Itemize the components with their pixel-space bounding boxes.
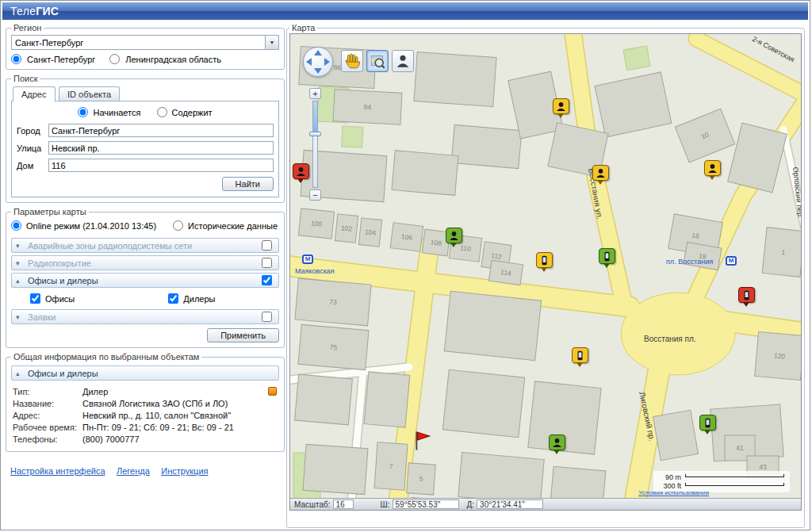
- historical-mode-label[interactable]: Исторические данные: [188, 221, 278, 231]
- match-starts-label[interactable]: Начинается: [93, 108, 140, 117]
- offices-label[interactable]: Офисы: [45, 294, 75, 304]
- zoom-region-icon: [369, 52, 386, 70]
- show-on-map-icon[interactable]: [268, 387, 277, 396]
- city-input[interactable]: [48, 124, 274, 137]
- map-marker-phone-yellow[interactable]: [536, 252, 553, 268]
- pan-right-icon[interactable]: [324, 58, 330, 66]
- metro-icon[interactable]: М: [726, 256, 737, 266]
- link-instruction[interactable]: Инструкция: [161, 466, 208, 476]
- link-legend[interactable]: Легенда: [117, 466, 150, 476]
- map-marker-person-yellow[interactable]: [704, 160, 721, 176]
- pan-left-icon[interactable]: [306, 58, 312, 66]
- zoom-track[interactable]: [312, 101, 318, 188]
- chevron-down-icon: ▾: [16, 259, 28, 267]
- zoom-in-button[interactable]: +: [309, 88, 321, 99]
- map-params-panel: Параметры карты Online режим (21.04.2010…: [6, 207, 285, 348]
- chevron-down-icon[interactable]: ▼: [265, 36, 278, 49]
- map-canvas[interactable]: 8684100102104106108110112114737575310161…: [289, 33, 802, 511]
- chevron-down-icon: ▾: [16, 242, 28, 250]
- pan-up-icon[interactable]: [314, 50, 322, 55]
- lat-value: 59°55'53.53": [393, 499, 459, 509]
- region-radio-spb[interactable]: [11, 54, 21, 64]
- historical-mode-radio[interactable]: [173, 220, 183, 231]
- dealers-label[interactable]: Дилеры: [183, 294, 215, 304]
- map-marker-phone-red[interactable]: [738, 287, 755, 303]
- map-marker-layer: ММаяковскаяМпл. Восстания: [290, 34, 802, 499]
- app-title: ТелеГИС: [10, 5, 59, 17]
- map-marker-person-yellow[interactable]: [553, 98, 569, 114]
- info-row-type: Тип: Дилер: [13, 386, 278, 398]
- offices-checkbox[interactable]: [30, 293, 40, 304]
- dealers-checkbox[interactable]: [168, 293, 178, 304]
- pan-down-icon[interactable]: [314, 68, 322, 74]
- region-radio-lo[interactable]: [109, 54, 120, 64]
- layer-row-emergency-zones[interactable]: ▾ Аварийные зоны радиоподсистемы сети: [11, 238, 279, 253]
- online-mode-radio[interactable]: [11, 220, 21, 231]
- app-titlebar: ТелеГИС: [2, 2, 808, 20]
- zoom-region-button[interactable]: [366, 50, 389, 72]
- metro-icon[interactable]: М: [302, 255, 313, 264]
- map-panel: Карта 8684100102104106108110112114737575…: [286, 23, 805, 528]
- info-row-address: Адрес: Невский пр., д. 110, салон "Связн…: [13, 410, 278, 422]
- layer-label: Радиопокрытие: [28, 258, 91, 268]
- map-marker-phone-yellow[interactable]: [572, 347, 588, 363]
- zoom-handle[interactable]: [309, 132, 321, 136]
- street-input[interactable]: [48, 141, 274, 155]
- lon-label: Д:: [467, 500, 475, 509]
- dealers-option[interactable]: Дилеры: [168, 293, 215, 304]
- metro-label: пл. Восстания: [666, 258, 713, 266]
- map-marker-person-green[interactable]: [549, 434, 565, 450]
- map-marker-flag-red[interactable]: [413, 430, 432, 452]
- match-contains-radio[interactable]: [157, 107, 167, 117]
- search-panel: Поиск Адрес ID объекта Начинается Содерж…: [6, 74, 285, 203]
- chevron-up-icon: ▴: [16, 369, 28, 377]
- apply-button[interactable]: Применить: [207, 328, 279, 343]
- hand-tool-button[interactable]: [341, 50, 363, 72]
- layer-checkbox[interactable]: [262, 275, 272, 285]
- info-panel: Общая информация по выбранным объектам ▴…: [6, 352, 285, 452]
- map-terms-link[interactable]: Условия использования: [638, 489, 709, 496]
- online-mode-group[interactable]: Online режим (21.04.2010 13:45): [11, 220, 156, 231]
- region-select[interactable]: Санкт-Петербург ▼: [11, 35, 279, 50]
- map-statusbar: Масштаб: 16 Ш: 59°55'53.53" Д: 30°21'34.…: [290, 498, 801, 510]
- info-legend: Общая информация по выбранным объектам: [11, 352, 201, 362]
- region-radio-spb-label[interactable]: Санкт-Петербург: [27, 55, 95, 64]
- layer-checkbox[interactable]: [262, 258, 272, 268]
- map-marker-person-green[interactable]: [446, 228, 462, 243]
- tab-address[interactable]: Адрес: [13, 86, 56, 101]
- layer-checkbox[interactable]: [262, 312, 272, 322]
- layer-row-radio-coverage[interactable]: ▾ Радиопокрытие: [11, 255, 279, 270]
- person-icon: [394, 52, 412, 70]
- match-contains-label[interactable]: Содержит: [172, 108, 213, 117]
- map-marker-phone-green[interactable]: [599, 248, 615, 264]
- region-radio-lo-label[interactable]: Ленинградская область: [125, 55, 221, 64]
- offices-option[interactable]: Офисы: [30, 293, 75, 304]
- region-select-value: Санкт-Петербург: [12, 38, 265, 48]
- link-interface-settings[interactable]: Настройка интерфейса: [10, 466, 105, 476]
- scale-value: 16: [333, 499, 354, 509]
- match-starts-radio[interactable]: [78, 107, 88, 117]
- zoom-out-button[interactable]: −: [309, 189, 321, 201]
- match-starts-group[interactable]: Начинается: [78, 107, 140, 117]
- layer-row-offices-dealers[interactable]: ▴ Офисы и дилеры: [11, 273, 279, 288]
- house-label: Дом: [17, 161, 48, 170]
- layer-row-requests[interactable]: ▾ Заявки: [11, 309, 279, 324]
- layer-checkbox[interactable]: [262, 240, 272, 251]
- map-params-legend: Параметры карты: [11, 207, 89, 216]
- info-group-header[interactable]: ▴ Офисы и дилеры: [11, 366, 279, 381]
- map-marker-phone-green[interactable]: [699, 415, 716, 431]
- historical-mode-group[interactable]: Исторические данные: [173, 220, 278, 231]
- house-input[interactable]: [48, 159, 274, 172]
- online-mode-label[interactable]: Online режим (21.04.2010 13:45): [26, 221, 156, 231]
- match-contains-group[interactable]: Содержит: [157, 107, 213, 117]
- scale-label: Масштаб:: [294, 500, 331, 509]
- select-object-button[interactable]: [392, 50, 414, 72]
- map-marker-person-yellow[interactable]: [592, 165, 609, 181]
- find-button[interactable]: Найти: [222, 177, 274, 191]
- scalebar-line-ft: [685, 485, 784, 486]
- pan-control[interactable]: [303, 47, 333, 77]
- map-marker-person-red[interactable]: [293, 163, 309, 179]
- zoom-fill: [313, 101, 317, 133]
- layer-label: Заявки: [28, 312, 56, 322]
- tab-object-id[interactable]: ID объекта: [59, 86, 120, 101]
